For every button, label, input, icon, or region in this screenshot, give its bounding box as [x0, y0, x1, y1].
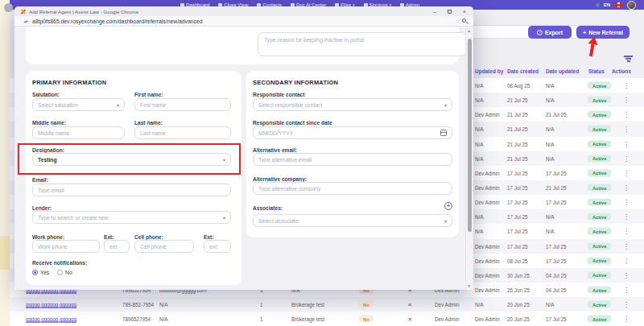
cell-phone-label: Cell phone: — [134, 234, 163, 240]
updated-by-cell: Dev Admin — [475, 185, 499, 191]
table-row[interactable]: ggggg gggggg gggggg7896527954N/A1Brokera… — [10, 312, 644, 326]
associates-select[interactable]: Select associate▾ — [253, 214, 452, 227]
url-text[interactable]: a8tp0fs865.dev.rosyexchange.com/dashboar… — [32, 19, 202, 24]
email-input[interactable] — [32, 184, 231, 196]
row-actions-icon[interactable]: ⋮ — [623, 140, 630, 147]
canada-flag-icon[interactable] — [615, 2, 622, 7]
sidebar-toggle-button[interactable] — [4, 3, 13, 12]
window-scrollbar[interactable]: ▲ ▼ — [465, 27, 473, 290]
row-actions-icon[interactable]: ⋮ — [623, 257, 630, 264]
scrolled-card-partial — [26, 27, 459, 64]
alt-email-input[interactable] — [253, 153, 452, 166]
row-actions-icon[interactable]: ⋮ — [623, 242, 630, 250]
lender-select[interactable]: Type to search or create new▾ — [32, 211, 231, 224]
search-magnifier-icon[interactable] — [462, 19, 466, 23]
date-updated-cell: N/A — [546, 229, 555, 234]
row-actions-icon[interactable]: ⋮ — [623, 316, 630, 323]
work-phone-input[interactable] — [32, 240, 100, 253]
filter-icon[interactable] — [624, 56, 633, 62]
calendar-icon[interactable] — [440, 130, 447, 136]
lender-label: Lender: — [32, 205, 52, 211]
middle-name-input[interactable] — [32, 126, 125, 139]
row-actions-icon[interactable]: ⋮ — [623, 213, 630, 221]
row-actions-icon[interactable]: ⋮ — [623, 155, 630, 162]
radio-selected-icon — [32, 270, 38, 275]
scroll-up-icon[interactable]: ▲ — [467, 28, 471, 33]
date-created-cell: 17 Jul 25 — [507, 170, 528, 175]
phone-cell: 7896527954 — [122, 316, 151, 322]
status-badge: Active — [588, 287, 611, 294]
row-actions-icon[interactable]: ⋮ — [623, 199, 630, 206]
lender-placeholder: Type to search or create new — [38, 215, 109, 221]
maximize-button[interactable] — [448, 10, 452, 14]
navbar-right: (•) EN — [597, 1, 636, 10]
last-name-label: Last name: — [134, 120, 163, 126]
new-referral-button[interactable]: +New Referral — [576, 26, 630, 39]
url-bar[interactable]: ⇄ a8tp0fs865.dev.rosyexchange.com/dashbo… — [14, 16, 473, 27]
salutation-select[interactable]: Select salutation▾ — [32, 98, 125, 111]
row-actions-icon[interactable]: ⋮ — [623, 126, 630, 133]
radio-no[interactable]: No — [57, 270, 72, 275]
date-created-cell: 21 Jul 25 — [507, 97, 528, 103]
user-avatar[interactable] — [627, 1, 636, 10]
window-title: Add Referral Agent | Axess Law - Google … — [29, 9, 138, 14]
cell-ext-input[interactable] — [204, 240, 231, 253]
chevron-down-icon: ▾ — [223, 215, 225, 221]
associates-placeholder: Select associate — [258, 218, 299, 224]
ext-label: Ext: — [204, 234, 213, 240]
scrollbar-thumb[interactable] — [468, 39, 472, 232]
export-icon: ↑ — [537, 30, 543, 35]
language-selector[interactable]: EN — [604, 2, 610, 7]
status-badge: Active — [588, 316, 611, 323]
since-date-input[interactable]: MM/DD/YYYY — [253, 126, 452, 139]
row-actions-icon[interactable]: ⋮ — [623, 301, 630, 308]
radio-unselected-icon — [57, 270, 63, 275]
scroll-down-icon[interactable]: ▼ — [467, 283, 471, 288]
row-actions-icon[interactable]: ⋮ — [623, 82, 630, 89]
brokerage-cell: Brokerage test — [291, 302, 324, 307]
row-actions-icon[interactable]: ⋮ — [623, 169, 630, 176]
minimize-button[interactable]: – — [433, 9, 436, 14]
updated-by-cell: N/A — [475, 141, 484, 146]
cell-phone-input[interactable] — [134, 240, 194, 253]
add-associate-icon[interactable]: + — [444, 202, 452, 210]
column-header-date-updated[interactable]: Date updated — [546, 68, 579, 74]
no-badge: No — [359, 316, 374, 323]
last-name-input[interactable] — [134, 126, 231, 139]
referral-name-link[interactable]: ggggg gggggg gggggg — [26, 302, 76, 307]
delete-x-icon[interactable]: × — [408, 301, 412, 308]
status-badge: Active — [588, 169, 611, 176]
no-badge: No — [359, 301, 374, 308]
updated-by-cell: Dev Admin — [475, 258, 499, 263]
date-updated-cell: 17 Jul 25 — [546, 316, 567, 322]
window-titlebar[interactable]: Add Referral Agent | Axess Law - Google … — [14, 6, 473, 16]
plus-icon: + — [583, 30, 586, 35]
inactive-reason-textarea[interactable] — [258, 32, 467, 56]
column-header-updated-by[interactable]: Updated by — [475, 68, 503, 74]
column-header-status[interactable]: Status — [588, 68, 605, 74]
export-button[interactable]: ↑Export — [528, 26, 572, 39]
row-actions-icon[interactable]: ⋮ — [623, 271, 630, 279]
alt-company-input[interactable] — [253, 182, 452, 195]
status-badge: Active — [588, 242, 611, 250]
salutation-placeholder: Select salutation — [38, 102, 78, 108]
close-button[interactable]: × — [463, 9, 466, 14]
delete-x-icon[interactable]: × — [408, 316, 412, 323]
responsible-contact-select[interactable]: Select responsible contact▾ — [253, 98, 452, 111]
first-name-input[interactable] — [134, 98, 231, 111]
yes-label: Yes — [40, 270, 49, 275]
row-actions-icon[interactable]: ⋮ — [623, 111, 630, 118]
date-created-cell: 20 Jun 25 — [507, 316, 530, 322]
table-row[interactable]: ggggg gggggg gggggg789-852-7954N/A1Broke… — [10, 297, 644, 312]
referral-name-link[interactable]: ggggg gggggg gggggg — [26, 316, 76, 322]
row-actions-icon[interactable]: ⋮ — [623, 184, 630, 192]
notifications-radio-group: Yes No — [32, 270, 72, 275]
work-ext-input[interactable] — [104, 240, 130, 253]
row-actions-icon[interactable]: ⋮ — [623, 287, 630, 294]
row-actions-icon[interactable]: ⋮ — [623, 228, 630, 235]
row-actions-icon[interactable]: ⋮ — [623, 97, 630, 104]
column-header-actions: Actions — [612, 68, 631, 74]
associates-label: Associates: — [253, 205, 283, 211]
column-header-date-created[interactable]: Date created — [507, 68, 539, 74]
radio-yes[interactable]: Yes — [32, 270, 49, 275]
